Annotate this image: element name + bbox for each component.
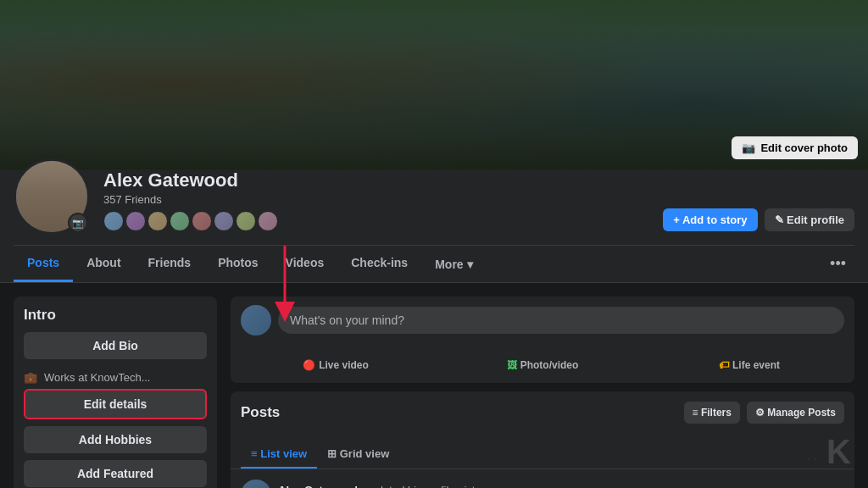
tab-checkins[interactable]: Check-ins — [337, 246, 421, 282]
friend-avatar — [192, 211, 212, 231]
friend-avatar — [125, 211, 146, 231]
edit-profile-button[interactable]: ✎ Edit profile — [765, 208, 855, 231]
tab-posts[interactable]: Posts — [14, 246, 73, 282]
edit-details-button[interactable]: Edit details — [24, 389, 207, 419]
post-author-name: Alex Gatewood — [278, 484, 358, 488]
post-header: Alex Gatewood updated his profile pictur… — [241, 480, 844, 488]
create-post-box: What's on your mind? — [231, 297, 854, 344]
profile-section: 📷 Alex Gatewood 357 Friends + Ad — [0, 169, 868, 283]
life-event-icon: 🏷 — [719, 359, 729, 371]
friend-avatar — [236, 211, 256, 231]
post-author: Alex Gatewood updated his profile pictur… — [278, 482, 823, 488]
friend-avatar — [258, 211, 278, 231]
tab-friends[interactable]: Friends — [135, 246, 205, 282]
view-tabs: ≡ List view ⊞ Grid view — [231, 441, 854, 469]
post-item: Alex Gatewood updated his profile pictur… — [231, 469, 854, 488]
life-event-label: Life event — [732, 359, 780, 371]
camera-icon: 📷 — [72, 218, 84, 229]
watermark-letter: K — [826, 433, 851, 470]
watermark: · · K — [807, 433, 851, 471]
tab-more[interactable]: More ▾ — [421, 246, 486, 282]
create-post-placeholder[interactable]: What's on your mind? — [278, 307, 844, 334]
create-post-avatar — [241, 305, 271, 336]
post-actions-row: 🔴 Live video 🖼 Photo/video 🏷 Life event — [231, 354, 854, 383]
add-bio-button[interactable]: Add Bio — [24, 332, 207, 359]
list-view-tab[interactable]: ≡ List view — [241, 441, 317, 469]
avatar-wrapper: 📷 — [14, 158, 90, 235]
filter-button[interactable]: ≡ Filters — [684, 402, 740, 424]
add-to-story-button[interactable]: + Add to story — [663, 208, 757, 231]
intro-card: Intro Add Bio 💼 Works at KnowTech... Edi… — [14, 297, 217, 488]
profile-actions: + Add to story ✎ Edit profile — [663, 208, 854, 235]
right-column: What's on your mind? 🔴 Live video 🖼 Phot… — [231, 297, 854, 469]
left-column: Intro Add Bio 💼 Works at KnowTech... Edi… — [14, 297, 217, 469]
cover-photo: 📷 Edit cover photo — [0, 0, 868, 169]
add-hobbies-button[interactable]: Add Hobbies — [24, 426, 207, 453]
friend-avatar — [214, 211, 234, 231]
post-meta: Alex Gatewood updated his profile pictur… — [278, 482, 823, 488]
posts-area: Posts ≡ Filters ⚙ Manage Posts ≡ List vi… — [231, 391, 854, 488]
camera-icon: 📷 — [742, 141, 755, 154]
live-video-label: Live video — [319, 359, 369, 371]
tab-videos[interactable]: Videos — [272, 246, 338, 282]
add-featured-button[interactable]: Add Featured — [24, 460, 207, 487]
grid-view-tab[interactable]: ⊞ Grid view — [317, 441, 399, 469]
edit-cover-button[interactable]: 📷 Edit cover photo — [732, 136, 858, 159]
friend-avatar — [103, 211, 124, 231]
friend-avatar — [170, 211, 190, 231]
works-at-label: Works at KnowTech... — [44, 371, 150, 384]
photo-video-icon: 🖼 — [507, 359, 517, 371]
profile-nav: Posts About Friends Photos Videos Check-… — [14, 245, 854, 282]
tab-about[interactable]: About — [73, 246, 134, 282]
friend-avatar — [147, 211, 168, 231]
friends-avatars — [103, 211, 663, 231]
intro-title: Intro — [24, 307, 207, 324]
briefcase-icon: 💼 — [24, 371, 37, 384]
nav-more-dots[interactable]: ••• — [821, 248, 854, 280]
profile-info-row: 📷 Alex Gatewood 357 Friends + Ad — [14, 169, 854, 245]
create-post-card: What's on your mind? 🔴 Live video 🖼 Phot… — [231, 297, 854, 383]
edit-cover-label: Edit cover photo — [760, 141, 848, 154]
manage-posts-button[interactable]: ⚙ Manage Posts — [747, 402, 844, 424]
life-event-button[interactable]: 🏷 Life event — [648, 354, 851, 376]
live-video-button[interactable]: 🔴 Live video — [234, 354, 437, 376]
profile-name-area: Alex Gatewood 357 Friends — [103, 169, 663, 235]
tab-photos[interactable]: Photos — [204, 246, 271, 282]
friends-count: 357 Friends — [103, 193, 663, 206]
live-video-icon: 🔴 — [303, 359, 315, 371]
posts-header: Posts ≡ Filters ⚙ Manage Posts — [231, 391, 854, 434]
works-at-item: 💼 Works at KnowTech... — [24, 366, 207, 389]
post-action-text: updated his profile picture. — [364, 484, 493, 488]
posts-title: Posts — [241, 404, 280, 421]
posts-controls: ≡ Filters ⚙ Manage Posts — [684, 402, 844, 424]
main-content: Intro Add Bio 💼 Works at KnowTech... Edi… — [0, 283, 868, 483]
photo-video-button[interactable]: 🖼 Photo/video — [441, 354, 644, 376]
profile-name: Alex Gatewood — [103, 169, 663, 191]
photo-video-label: Photo/video — [520, 359, 579, 371]
post-author-avatar — [241, 480, 271, 488]
nav-tabs: Posts About Friends Photos Videos Check-… — [14, 246, 821, 282]
